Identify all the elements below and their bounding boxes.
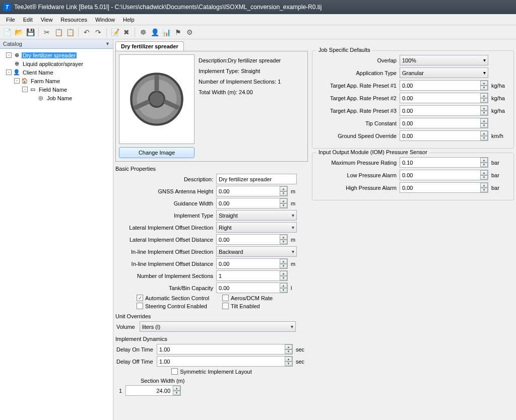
gnss-height-input[interactable] <box>216 186 288 196</box>
tab-container: Dry fertilizer spreader <box>115 41 308 162</box>
high-pressure-input[interactable] <box>400 182 488 193</box>
overlap-select[interactable]: 100% <box>400 55 488 65</box>
steering-checkbox[interactable] <box>137 303 143 309</box>
implement-type-select[interactable]: Straight <box>216 210 297 221</box>
spinner[interactable]: ▲▼ <box>280 186 287 196</box>
save-icon[interactable]: 💾 <box>25 27 35 37</box>
tank-capacity-input[interactable] <box>216 283 288 293</box>
basic-properties-group: Basic Properties Description: GNSS Anten… <box>115 166 308 309</box>
steering-wheel-icon <box>129 72 184 127</box>
tree-node[interactable]: -▭Field Name <box>1 85 112 94</box>
change-image-button[interactable]: Change Image <box>119 147 195 158</box>
description-input[interactable] <box>216 174 297 184</box>
tree-item-icon: ⊕ <box>13 52 20 59</box>
separator <box>38 28 39 37</box>
open-icon[interactable]: 📂 <box>14 27 24 37</box>
spinner[interactable]: ▲▼ <box>280 259 287 268</box>
spinner[interactable]: ▲▼ <box>480 118 488 128</box>
tree-item-icon: ▭ <box>29 86 36 93</box>
spinner[interactable]: ▲▼ <box>280 271 287 281</box>
spinner[interactable]: ▲▼ <box>285 344 292 354</box>
separator <box>78 28 79 37</box>
expander-icon[interactable]: - <box>22 87 28 92</box>
symmetric-checkbox[interactable] <box>171 368 178 375</box>
spinner[interactable]: ▲▼ <box>480 183 488 192</box>
iom-fieldset: Input Output Module (IOM) Pressure Senso… <box>312 153 514 200</box>
volume-unit-select[interactable]: liters (l) <box>140 321 296 332</box>
edit-icon[interactable]: 📝 <box>110 27 120 37</box>
separator <box>135 28 135 37</box>
tip-constant-input[interactable] <box>400 118 488 128</box>
asc-checkbox[interactable]: ✓ <box>137 295 143 301</box>
paste-icon[interactable]: 📋 <box>65 27 75 37</box>
spinner[interactable]: ▲▼ <box>480 131 488 141</box>
inline-distance-input[interactable] <box>216 258 288 269</box>
lateral-direction-select[interactable]: Right <box>216 222 297 233</box>
spinner[interactable]: ▲▼ <box>480 158 488 167</box>
expander-icon[interactable]: - <box>14 78 20 84</box>
copy-icon[interactable]: 📋 <box>53 27 63 37</box>
wheel-icon[interactable]: ☸ <box>138 27 148 37</box>
tree-node[interactable]: ◎Job Name <box>1 94 112 102</box>
chart-icon[interactable]: 📊 <box>161 27 171 37</box>
cut-icon[interactable]: ✂ <box>42 27 52 37</box>
expander-icon[interactable]: - <box>6 69 12 75</box>
menu-file[interactable]: File <box>2 16 19 24</box>
delete-icon[interactable]: ✖ <box>121 27 132 37</box>
inline-direction-select[interactable]: Backward <box>216 246 297 257</box>
spinner[interactable]: ▲▼ <box>480 106 488 115</box>
catalog-header[interactable]: Catalog ▼ <box>0 39 113 49</box>
expander-icon[interactable]: - <box>6 52 12 58</box>
preset1-input[interactable] <box>400 80 488 91</box>
menu-resources[interactable]: Resources <box>56 16 91 24</box>
tree-item-icon: 👤 <box>13 69 20 76</box>
guidance-width-input[interactable] <box>216 198 288 208</box>
spinner[interactable]: ▲▼ <box>280 283 287 293</box>
max-pressure-input[interactable] <box>400 157 488 168</box>
implement-dynamics-group: Implement Dynamics Delay On Time▲▼sec De… <box>115 336 308 396</box>
delay-off-input[interactable] <box>157 356 293 367</box>
menu-view[interactable]: View <box>37 16 57 24</box>
tree-node[interactable]: ⊕Liquid applicator/sprayer <box>1 59 112 68</box>
preset3-input[interactable] <box>400 105 488 116</box>
rate-checkbox[interactable] <box>222 295 229 301</box>
menu-window[interactable]: Window <box>91 16 119 24</box>
spinner[interactable]: ▲▼ <box>173 386 180 395</box>
tab-implement[interactable]: Dry fertilizer spreader <box>115 41 184 51</box>
num-sections-input[interactable] <box>216 270 288 281</box>
tree-node[interactable]: -👤Client Name <box>1 68 112 77</box>
tree-node[interactable]: -⊕Dry fertilizer spreader <box>1 51 112 59</box>
lateral-distance-input[interactable] <box>216 234 288 245</box>
spinner[interactable]: ▲▼ <box>480 170 488 180</box>
svg-point-2 <box>149 92 165 107</box>
separator <box>106 28 107 37</box>
chevron-down-icon[interactable]: ▼ <box>105 41 110 46</box>
menu-help[interactable]: Help <box>119 16 139 24</box>
tree-node[interactable]: -🏠Farm Name <box>1 77 112 85</box>
delay-on-input[interactable] <box>157 344 293 355</box>
tree-item-icon: ◎ <box>37 95 44 102</box>
catalog-title: Catalog <box>3 41 22 47</box>
tree-item-label: Dry fertilizer spreader <box>22 52 77 58</box>
unit-overrides-title: Unit Overrides <box>115 313 308 319</box>
gear-icon[interactable]: ⚙ <box>184 27 195 37</box>
spinner[interactable]: ▲▼ <box>280 235 287 244</box>
undo-icon[interactable]: ↶ <box>82 27 92 37</box>
redo-icon[interactable]: ↷ <box>93 27 103 37</box>
new-icon[interactable]: 📄 <box>2 27 12 37</box>
spinner[interactable]: ▲▼ <box>480 93 488 103</box>
flag-icon[interactable]: ⚑ <box>173 27 183 37</box>
app-icon: T <box>3 3 11 11</box>
spinner[interactable]: ▲▼ <box>280 198 287 208</box>
app-type-select[interactable]: Granular <box>400 67 488 78</box>
ground-speed-input[interactable] <box>400 130 488 141</box>
preset2-input[interactable] <box>400 93 488 103</box>
title-bar: T TeeJet® Fieldware Link [Beta 5.01l] - … <box>0 0 516 14</box>
low-pressure-input[interactable] <box>400 170 488 180</box>
spinner[interactable]: ▲▼ <box>285 357 292 366</box>
tilt-checkbox[interactable] <box>222 303 229 309</box>
tree-item-label: Liquid applicator/sprayer <box>22 61 84 67</box>
menu-edit[interactable]: Edit <box>19 16 37 24</box>
spinner[interactable]: ▲▼ <box>480 81 488 90</box>
person-icon[interactable]: 👤 <box>150 27 160 37</box>
